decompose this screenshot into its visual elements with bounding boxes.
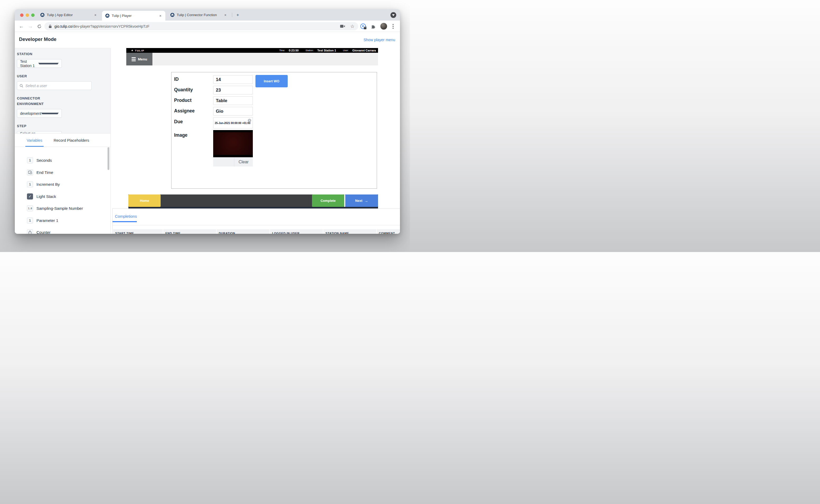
reload-button[interactable]	[36, 23, 43, 30]
browser-menu-kebab-icon[interactable]	[392, 23, 394, 29]
tab-app-editor[interactable]: Tulip | App Editor ×	[37, 9, 100, 21]
assignee-input[interactable]: Gio	[213, 107, 253, 116]
complete-button[interactable]: Complete	[312, 194, 344, 207]
forward-button[interactable]: →	[27, 23, 34, 30]
user-label: USER	[17, 73, 110, 79]
product-input[interactable]: Table	[213, 96, 253, 105]
list-item-counter[interactable]: Counter	[15, 226, 110, 234]
variable-label: End Time	[36, 170, 53, 175]
onepassword-extension-icon[interactable]	[360, 23, 366, 29]
close-window-button[interactable]	[20, 13, 23, 17]
user-search-box[interactable]	[17, 81, 92, 90]
connector-environment-label: CONNECTOR ENVIRONMENT	[17, 96, 56, 107]
user-search-input[interactable]	[25, 84, 86, 88]
column-header-start-time: START TIME	[113, 229, 163, 234]
column-header-duration: DURATION	[217, 229, 270, 234]
image-actions-bar: Clear	[213, 158, 253, 167]
list-item-seconds[interactable]: 1 Seconds	[15, 154, 110, 167]
station-select[interactable]: Test Station 1	[17, 59, 62, 68]
user-value: Giovanni Carrara	[352, 49, 376, 52]
variables-list: 1 Seconds End Time	[15, 147, 110, 234]
camera-icon[interactable]	[340, 25, 345, 28]
variables-scrollbar[interactable]	[107, 147, 109, 170]
connector-environment-value: development	[20, 111, 41, 116]
url-address-bar[interactable]: gio.tulip.co/dev-player?appVersion=orvYC…	[44, 22, 358, 30]
decimal-type-icon: 1.0	[27, 205, 33, 211]
player-preview-area: TULIP Time: 0:23.50 Station: Test Statio…	[111, 48, 400, 234]
station-label: Station:	[305, 49, 314, 52]
browser-window: Tulip | App Editor × Tulip | Player × Tu…	[15, 9, 400, 234]
list-item-increment-by[interactable]: 1 Increment By	[15, 178, 110, 191]
new-tab-button[interactable]: +	[235, 12, 241, 18]
completions-panel: Completions START TIME END TIME DURATION…	[112, 208, 400, 234]
product-label: Product	[174, 98, 191, 103]
due-label: Due	[174, 119, 183, 125]
image-action-empty[interactable]	[213, 158, 234, 167]
player-bottom-bar: Home Complete Next →	[128, 194, 378, 207]
photo-preview	[213, 132, 253, 155]
datetime-type-icon	[27, 169, 33, 175]
page-title: Developer Mode	[19, 37, 56, 42]
close-tab-icon[interactable]: ×	[158, 13, 163, 18]
search-icon	[20, 84, 23, 88]
work-order-form-card: ID 14 Quantity 23 Product Table Assignee…	[171, 72, 377, 189]
reload-icon	[37, 24, 41, 28]
column-header-end-time: END TIME	[163, 229, 216, 234]
timer-type-icon	[27, 229, 33, 234]
image-thumbnail[interactable]	[213, 130, 253, 157]
tulip-favicon-icon	[170, 13, 174, 17]
list-item-end-time[interactable]: End Time	[15, 167, 110, 179]
home-button[interactable]: Home	[128, 194, 160, 207]
tab-title: Tulip | App Editor	[47, 13, 93, 17]
quantity-input[interactable]: 23	[213, 86, 253, 94]
player-menu-row: Menu	[126, 53, 378, 65]
list-item-light-stack[interactable]: ✓ Light Stack	[15, 191, 110, 203]
clear-date-icon[interactable]: ×	[248, 119, 251, 122]
browser-toolbar: ← → gio.tulip.co/dev-player?appVersion=o…	[15, 21, 400, 32]
tab-player-active[interactable]: Tulip | Player ×	[102, 11, 165, 21]
minimize-window-button[interactable]	[26, 13, 29, 17]
next-button[interactable]: Next →	[345, 194, 378, 207]
list-item-parameter-1[interactable]: 1 Parameter 1	[15, 215, 110, 227]
browser-profile-avatar[interactable]	[380, 23, 387, 30]
quantity-label: Quantity	[174, 87, 193, 93]
station-label: STATION	[17, 51, 110, 57]
image-label: Image	[174, 132, 187, 138]
url-host: gio.tulip.co	[54, 24, 72, 28]
due-datetime-input[interactable]: 25-Jun-2021 00:00:00 +01:00 ×	[213, 117, 253, 129]
player-menu-button[interactable]: Menu	[126, 53, 152, 65]
url-path: /dev-player?appVersion=orvYCPR5kvoeHpTzF	[72, 24, 149, 28]
divider	[112, 225, 400, 225]
show-player-menu-link[interactable]: Show player menu	[364, 38, 395, 42]
tab-title: Tulip | Connector Function	[177, 13, 223, 17]
bookmark-star-icon[interactable]: ☆	[350, 24, 355, 29]
lock-icon	[49, 25, 52, 28]
tulip-favicon-icon	[105, 13, 110, 18]
id-input[interactable]: 14	[213, 75, 253, 84]
tab-completions[interactable]: Completions	[115, 214, 137, 218]
extensions-puzzle-icon[interactable]	[371, 24, 375, 29]
developer-sidebar: STATION Test Station 1 USER CONNECTOR EN…	[15, 48, 111, 234]
zoom-window-button[interactable]	[31, 13, 35, 17]
url-text: gio.tulip.co/dev-player?appVersion=orvYC…	[54, 24, 149, 28]
step-label: STEP	[17, 123, 110, 129]
close-tab-icon[interactable]: ×	[93, 13, 98, 17]
number-type-icon: 1	[27, 157, 33, 163]
image-clear-button[interactable]: Clear	[234, 158, 253, 167]
tab-variables[interactable]: Variables	[27, 134, 42, 147]
insert-wo-button[interactable]: Insert WO	[256, 75, 288, 87]
tab-connector-function[interactable]: Tulip | Connector Function ×	[167, 9, 231, 21]
tab-search-button[interactable]	[390, 12, 396, 18]
back-button[interactable]: ←	[18, 23, 25, 30]
active-tab-underline	[25, 146, 44, 147]
close-tab-icon[interactable]: ×	[223, 13, 228, 17]
number-type-icon: 1	[27, 181, 33, 187]
list-item-sampling-sample-number[interactable]: 1.0 Sampling-Sample Number	[15, 202, 110, 215]
active-tab-underline	[112, 221, 137, 222]
id-label: ID	[174, 77, 179, 82]
hamburger-menu-icon	[131, 57, 136, 61]
tab-record-placeholders[interactable]: Record Placeholders	[54, 134, 89, 147]
station-value: Test Station 1	[20, 59, 38, 68]
keyhole-icon	[362, 25, 364, 27]
connector-environment-select[interactable]: development	[17, 109, 62, 118]
